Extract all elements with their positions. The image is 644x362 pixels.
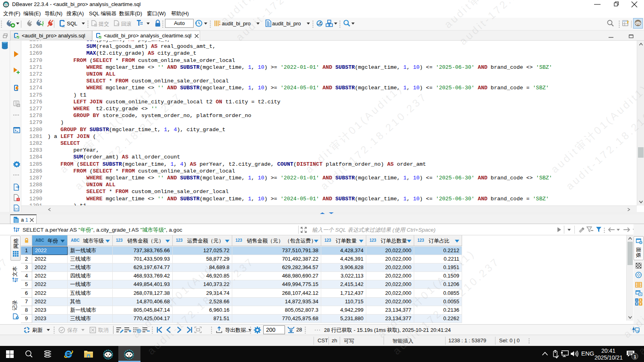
svg-text:1: 1 [634,354,636,359]
svg-text:T: T [16,278,18,282]
svg-text:(x): (x) [14,207,19,210]
svg-text:T: T [17,227,20,232]
